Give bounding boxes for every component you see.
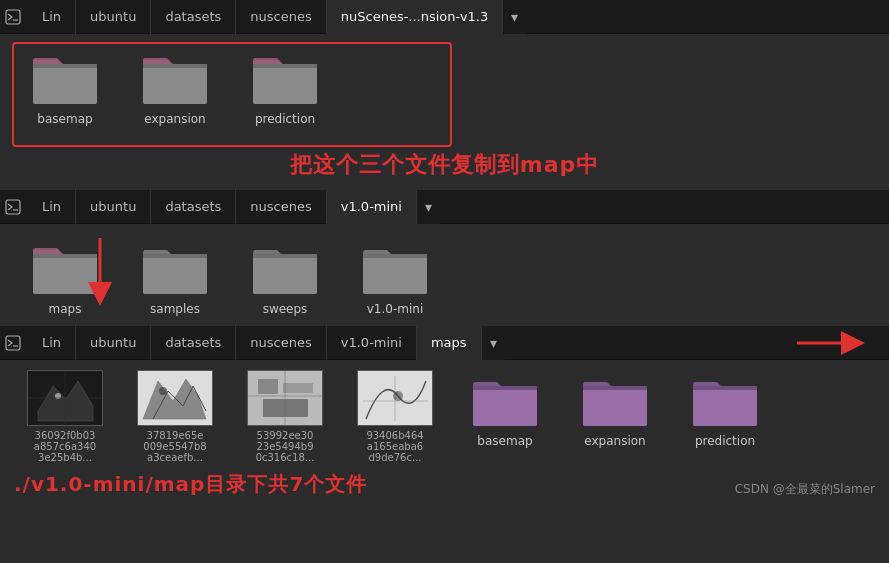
folder-expansion-3[interactable]: expansion — [570, 370, 660, 448]
folder-label-v10mini-2: v1.0-mini — [367, 302, 423, 316]
thumbnail-map3 — [247, 370, 323, 426]
folder-prediction-3[interactable]: prediction — [680, 370, 770, 448]
terminal-icon-2 — [4, 198, 22, 216]
folder-expansion-1[interactable]: expansion — [130, 48, 220, 126]
tab-bar-2: Lin ubuntu datasets nuscenes v1.0-mini ▾ — [0, 190, 889, 224]
thumbnail-map4 — [357, 370, 433, 426]
bottom-bar-3: ./v1.0-mini/map目录下共7个文件 CSDN @全最菜的Slamer — [0, 467, 889, 506]
folder-icon-basemap-3 — [469, 370, 541, 430]
folder-grid-3: 36092f0b03 a857c6a340 3e25b4b... 37819e6… — [20, 370, 869, 463]
folder-maps-2[interactable]: maps — [20, 238, 110, 316]
tab-nuscenes-2[interactable]: nuscenes — [236, 190, 326, 224]
folder-basemap-1[interactable]: basemap — [20, 48, 110, 126]
annotation-1: 把这个三个文件复制到map中 — [0, 144, 889, 190]
folder-icon-samples-2 — [139, 238, 211, 298]
terminal-icon-3 — [4, 334, 22, 352]
tab-ubuntu-2[interactable]: ubuntu — [76, 190, 151, 224]
folder-label-expansion-1: expansion — [144, 112, 205, 126]
tab-datasets-2[interactable]: datasets — [151, 190, 236, 224]
svg-point-20 — [159, 387, 167, 395]
folder-basemap-3[interactable]: basemap — [460, 370, 550, 448]
folder-icon-v10mini-2 — [359, 238, 431, 298]
svg-rect-3 — [143, 64, 207, 68]
folder-prediction-1[interactable]: prediction — [240, 48, 330, 126]
thumbnail-map2 — [137, 370, 213, 426]
tab-v10mini-3[interactable]: v1.0-mini — [327, 326, 417, 360]
folder-label-expansion-3: expansion — [584, 434, 645, 448]
map-img-3 — [248, 371, 322, 425]
map-img-1 — [28, 371, 102, 425]
tab-chevron-3[interactable]: ▾ — [482, 326, 505, 360]
folder-label-maps-2: maps — [49, 302, 82, 316]
folder-label-basemap-1: basemap — [37, 112, 92, 126]
svg-rect-8 — [33, 254, 97, 258]
folder-label-sweeps-2: sweeps — [263, 302, 308, 316]
file-map2[interactable]: 37819e65e 009e5547b8 a3ceaefb... — [130, 370, 220, 463]
watermark: CSDN @全最菜的Slamer — [735, 481, 875, 498]
folder-icon-expansion-1 — [139, 48, 211, 108]
file-area-2: maps samples sweeps — [0, 224, 889, 326]
svg-rect-10 — [253, 254, 317, 258]
svg-rect-24 — [263, 399, 308, 417]
tab-lin-3[interactable]: Lin — [28, 326, 76, 360]
section1: Lin ubuntu datasets nuscenes nuScenes-..… — [0, 0, 889, 190]
svg-rect-22 — [258, 379, 278, 394]
map-img-4 — [358, 371, 432, 425]
tab-nuscenes-ext-1[interactable]: nuScenes-...nsion-v1.3 — [327, 0, 504, 34]
file-area-3: 36092f0b03 a857c6a340 3e25b4b... 37819e6… — [0, 360, 889, 467]
folder-samples-2[interactable]: samples — [130, 238, 220, 316]
folder-sweeps-2[interactable]: sweeps — [240, 238, 330, 316]
svg-rect-4 — [253, 64, 317, 68]
folder-icon-sweeps-2 — [249, 238, 321, 298]
thumbnail-map1 — [27, 370, 103, 426]
folder-label-prediction-3: prediction — [695, 434, 755, 448]
annotation-3: ./v1.0-mini/map目录下共7个文件 — [14, 471, 367, 498]
tab-maps-3[interactable]: maps — [417, 326, 482, 360]
page-wrapper: Lin ubuntu datasets nuscenes nuScenes-..… — [0, 0, 889, 506]
file-map3[interactable]: 53992ee30 23e5494b9 0c316c18... — [240, 370, 330, 463]
folder-icon-expansion-3 — [579, 370, 651, 430]
folder-icon-basemap-1 — [29, 48, 101, 108]
folder-label-prediction-1: prediction — [255, 112, 315, 126]
file-label-map1: 36092f0b03 a857c6a340 3e25b4b... — [34, 430, 96, 463]
file-map4[interactable]: 93406b464 a165eaba6 d9de76c... — [350, 370, 440, 463]
svg-rect-9 — [143, 254, 207, 258]
svg-rect-2 — [33, 64, 97, 68]
section2: Lin ubuntu datasets nuscenes v1.0-mini ▾ — [0, 190, 889, 326]
file-label-map3: 53992ee30 23e5494b9 0c316c18... — [256, 430, 315, 463]
tab-lin-2[interactable]: Lin — [28, 190, 76, 224]
svg-point-28 — [393, 391, 403, 401]
folder-icon-maps-2 — [29, 238, 101, 298]
folder-icon-prediction-1 — [249, 48, 321, 108]
tab-datasets-3[interactable]: datasets — [151, 326, 236, 360]
tab-v10mini-2[interactable]: v1.0-mini — [327, 190, 417, 224]
file-map1[interactable]: 36092f0b03 a857c6a340 3e25b4b... — [20, 370, 110, 463]
folder-grid-1: basemap expansion — [20, 48, 869, 126]
tab-ubuntu-1[interactable]: ubuntu — [76, 0, 151, 34]
tab-nuscenes-1[interactable]: nuscenes — [236, 0, 326, 34]
folder-grid-2: maps samples sweeps — [20, 238, 869, 316]
svg-rect-30 — [583, 386, 647, 390]
tab-chevron-1[interactable]: ▾ — [503, 0, 526, 34]
svg-rect-11 — [363, 254, 427, 258]
svg-rect-31 — [693, 386, 757, 390]
section3: Lin ubuntu datasets nuscenes v1.0-mini m… — [0, 326, 889, 506]
map-img-2 — [138, 371, 212, 425]
folder-label-samples-2: samples — [150, 302, 200, 316]
svg-rect-29 — [473, 386, 537, 390]
file-label-map4: 93406b464 a165eaba6 d9de76c... — [366, 430, 423, 463]
folder-v10mini-2[interactable]: v1.0-mini — [350, 238, 440, 316]
terminal-icon-1 — [4, 8, 22, 26]
folder-label-basemap-3: basemap — [477, 434, 532, 448]
tab-bar-1: Lin ubuntu datasets nuscenes nuScenes-..… — [0, 0, 889, 34]
svg-rect-23 — [283, 383, 313, 393]
tab-lin-1[interactable]: Lin — [28, 0, 76, 34]
tab-chevron-2[interactable]: ▾ — [417, 190, 440, 224]
tab-bar-3: Lin ubuntu datasets nuscenes v1.0-mini m… — [0, 326, 889, 360]
folder-icon-prediction-3 — [689, 370, 761, 430]
tab-nuscenes-3[interactable]: nuscenes — [236, 326, 326, 360]
right-arrow-indicator — [795, 329, 885, 357]
tab-datasets-1[interactable]: datasets — [151, 0, 236, 34]
tab-ubuntu-3[interactable]: ubuntu — [76, 326, 151, 360]
file-label-map2: 37819e65e 009e5547b8 a3ceaefb... — [143, 430, 206, 463]
